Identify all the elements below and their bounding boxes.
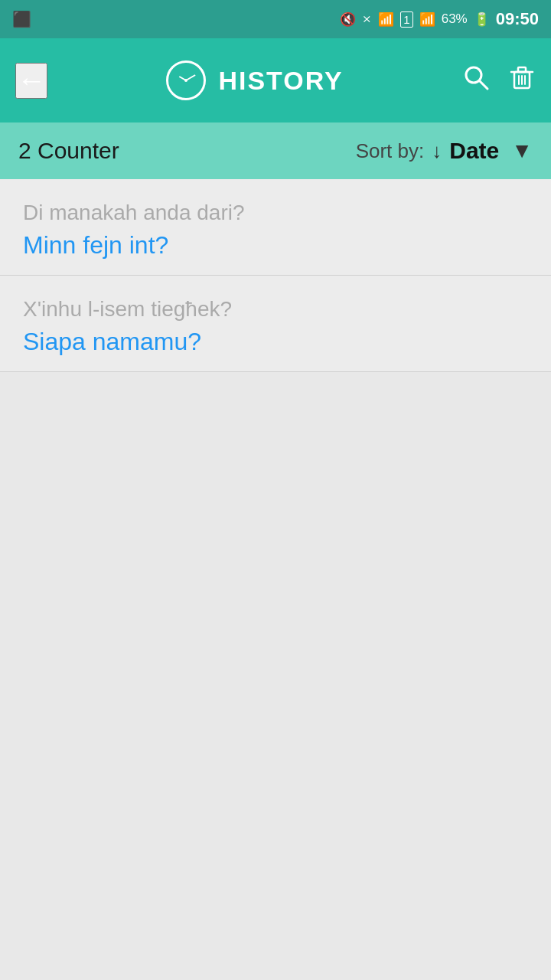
- sim-icon: 1: [400, 11, 412, 28]
- svg-line-1: [480, 81, 487, 89]
- search-button[interactable]: [462, 64, 490, 98]
- screen-icon: ⬛: [12, 10, 31, 28]
- status-icons: 🔇 ⨯ 📶 1 📶 63% 🔋 09:50: [340, 9, 539, 29]
- trash-icon: [508, 64, 536, 91]
- wifi-icon: 📶: [378, 11, 394, 28]
- sort-dropdown-icon[interactable]: ▼: [511, 139, 533, 163]
- history-list: Di manakah anda dari? Minn fejn int? X'i…: [0, 179, 551, 372]
- battery-percentage: 63%: [442, 11, 468, 27]
- history-item-1-translated: Minn fejn int?: [23, 231, 528, 260]
- app-bar-title-area: HISTORY: [60, 60, 450, 100]
- app-bar-actions: [462, 64, 536, 98]
- status-bar: ⬛ 🔇 ⨯ 📶 1 📶 63% 🔋 09:50: [0, 0, 551, 38]
- sort-controls[interactable]: Sort by: ↓ Date ▼: [356, 138, 533, 164]
- history-item-2-original: X'inhu l-isem tiegħek?: [23, 297, 528, 322]
- clock-icon: [166, 60, 206, 100]
- bluetooth-icon: ⨯: [362, 12, 372, 26]
- search-icon: [462, 64, 490, 91]
- history-item-1-original: Di manakah anda dari?: [23, 201, 528, 225]
- history-item-2[interactable]: X'inhu l-isem tiegħek? Siapa namamu?: [0, 276, 551, 372]
- mute-icon: 🔇: [340, 11, 356, 28]
- app-bar: ← HISTORY: [0, 38, 551, 122]
- signal-icon: 📶: [419, 11, 435, 28]
- sort-direction-icon: ↓: [432, 139, 442, 163]
- counter-label: 2 Counter: [18, 138, 356, 164]
- sort-bar: 2 Counter Sort by: ↓ Date ▼: [0, 122, 551, 179]
- battery-icon: 🔋: [474, 11, 490, 28]
- svg-rect-4: [518, 67, 526, 72]
- clock-face: [174, 68, 198, 93]
- sort-field-label: Date: [449, 138, 499, 164]
- status-time: 09:50: [496, 9, 539, 29]
- app-bar-title: HISTORY: [218, 66, 343, 96]
- sort-by-label: Sort by:: [356, 139, 425, 163]
- empty-content-area: [0, 372, 551, 980]
- back-button[interactable]: ←: [15, 63, 47, 99]
- history-item-1[interactable]: Di manakah anda dari? Minn fejn int?: [0, 179, 551, 276]
- history-item-2-translated: Siapa namamu?: [23, 328, 528, 356]
- delete-button[interactable]: [508, 64, 536, 98]
- clock-center-dot: [184, 79, 187, 82]
